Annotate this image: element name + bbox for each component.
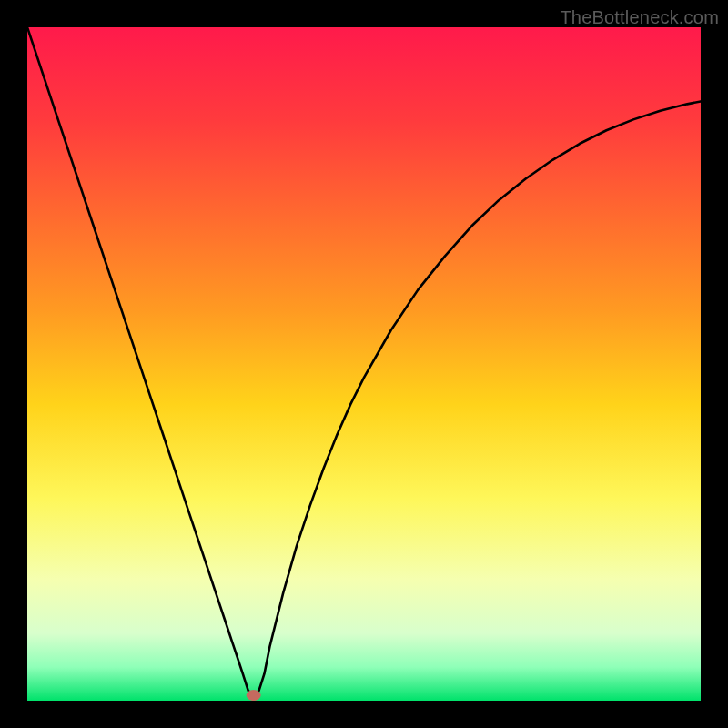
watermark-text: TheBottleneck.com xyxy=(560,7,719,28)
chart-stage: TheBottleneck.com xyxy=(0,0,728,728)
chart-svg xyxy=(27,27,701,701)
optimum-marker xyxy=(247,690,261,701)
gradient-background xyxy=(27,27,701,701)
plot-area xyxy=(27,27,701,701)
